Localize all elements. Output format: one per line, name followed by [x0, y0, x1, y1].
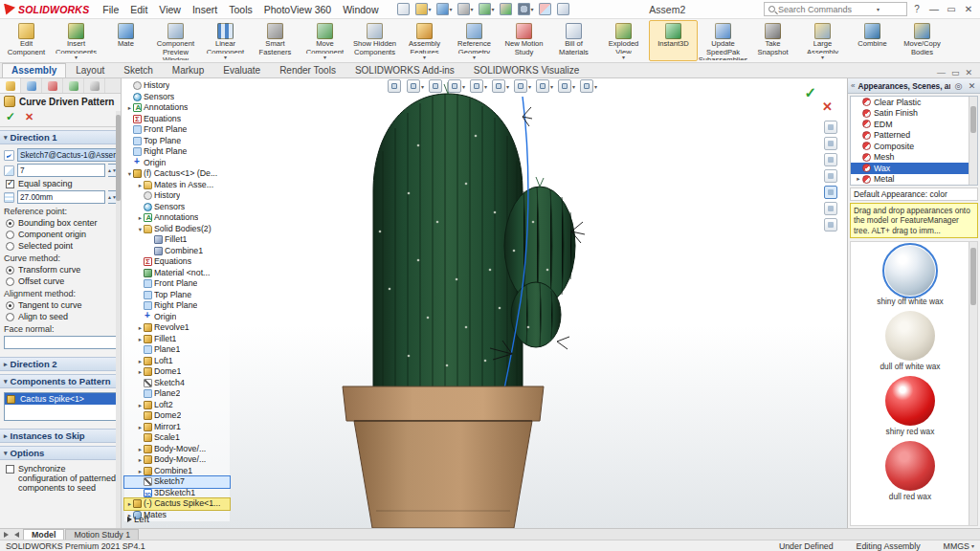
- appearance-swatch[interactable]: shiny red wax: [885, 376, 935, 436]
- ribbon-button[interactable]: New Motion Study: [500, 20, 548, 61]
- quick-access-button[interactable]: [538, 2, 553, 16]
- expand-arrow-icon[interactable]: ▾: [137, 224, 144, 235]
- tree-item[interactable]: Top Plane: [124, 290, 230, 301]
- command-tab[interactable]: Render Tools: [270, 63, 345, 77]
- tree-item[interactable]: Top Plane: [124, 136, 230, 147]
- tree-item[interactable]: Right Plane: [124, 146, 230, 158]
- quick-access-button[interactable]: [556, 2, 571, 16]
- tree-item[interactable]: Scale1: [124, 432, 230, 444]
- expand-arrow-icon[interactable]: ▸: [137, 356, 144, 367]
- task-pane-tab-icon[interactable]: [824, 153, 837, 166]
- search-input[interactable]: [778, 5, 874, 14]
- expand-arrow-icon[interactable]: ▸: [126, 102, 133, 114]
- tree-item[interactable]: Sensors: [124, 92, 230, 103]
- face-normal-field[interactable]: [4, 336, 117, 349]
- menu-item[interactable]: Insert: [187, 2, 223, 17]
- status-item[interactable]: Under Defined: [779, 541, 835, 551]
- menu-item[interactable]: Tools: [223, 2, 258, 17]
- task-pane-tab-icon[interactable]: [824, 186, 837, 199]
- tree-item[interactable]: Combine1: [124, 246, 230, 257]
- ribbon-button[interactable]: Component Preview Window: [151, 20, 200, 61]
- task-pane-tab-icon[interactable]: [824, 218, 837, 231]
- property-manager-tab[interactable]: [63, 78, 84, 93]
- menu-item[interactable]: View: [153, 2, 187, 17]
- appearance-swatch[interactable]: dull off white wax: [880, 311, 940, 371]
- cancel-button[interactable]: ✕: [25, 111, 33, 123]
- spacing-field[interactable]: 27.00mm: [17, 190, 105, 204]
- radio-option[interactable]: Bounding box center: [6, 218, 117, 228]
- radio-option[interactable]: Tangent to curve: [6, 300, 117, 310]
- property-manager-tab[interactable]: [0, 78, 21, 93]
- ribbon-button[interactable]: Assembly Features ▾: [400, 20, 449, 61]
- quick-access-button[interactable]: ▾: [478, 2, 496, 16]
- quick-access-button[interactable]: ▾: [457, 2, 475, 16]
- expand-arrow-icon[interactable]: ▸: [137, 400, 144, 411]
- ok-button[interactable]: ✓: [6, 110, 15, 123]
- direction1-header[interactable]: ▾ Direction 1: [0, 130, 121, 144]
- direction2-header[interactable]: ▸ Direction 2: [0, 357, 121, 371]
- expand-arrow-icon[interactable]: ▸: [137, 454, 144, 466]
- quick-access-button[interactable]: [396, 2, 412, 16]
- model-tab[interactable]: Motion Study 1: [65, 529, 139, 540]
- confirmation-cancel-icon[interactable]: ✕: [822, 99, 833, 114]
- tree-item[interactable]: Sketch4: [124, 378, 230, 389]
- status-item[interactable]: Editing Assembly: [857, 541, 923, 551]
- ribbon-button[interactable]: Reference Geometry ▾: [450, 20, 499, 61]
- tree-item[interactable]: Dome2: [124, 410, 230, 422]
- tree-item[interactable]: ▸ (-) Cactus Spike<1...: [124, 498, 230, 510]
- tree-item[interactable]: Sensors: [124, 202, 230, 213]
- appearance-category[interactable]: ▸ Metal: [851, 174, 977, 186]
- task-pane-close-icon[interactable]: ✕: [967, 81, 977, 91]
- command-tab[interactable]: SOLIDWORKS Add-ins: [345, 63, 464, 77]
- search-commands-box[interactable]: ▾: [764, 2, 907, 16]
- tree-item[interactable]: ▸ Loft1: [124, 356, 230, 367]
- tree-item[interactable]: ▸ Revolve1: [124, 322, 230, 334]
- ribbon-button[interactable]: Combine: [848, 20, 897, 61]
- expand-arrow-icon[interactable]: ▸: [137, 444, 144, 455]
- ribbon-button[interactable]: Move Component ▾: [301, 20, 349, 61]
- ribbon-button[interactable]: Update SpeedPak Subassemblies: [699, 20, 747, 61]
- curve-reference-field[interactable]: Sketch7@Cactus-1@Assem2: [17, 148, 117, 162]
- appearance-swatch[interactable]: dull red wax: [885, 441, 935, 501]
- instance-count-field[interactable]: 7: [17, 164, 105, 177]
- view-toolbar-button[interactable]: ▾: [536, 79, 553, 93]
- ribbon-button[interactable]: Show Hidden Components: [350, 20, 399, 61]
- tree-item[interactable]: 3DSketch1: [124, 488, 230, 499]
- view-toolbar-button[interactable]: ▾: [407, 79, 424, 93]
- search-dropdown-icon[interactable]: ▾: [877, 6, 880, 12]
- graphics-viewport[interactable]: History Sensors ▸ Annotations: [122, 78, 847, 528]
- appearance-category[interactable]: Patterned: [851, 130, 977, 142]
- task-pane-tab-icon[interactable]: [824, 202, 837, 215]
- tree-item[interactable]: ▾ Solid Bodies(2): [124, 224, 230, 235]
- menu-item[interactable]: File: [97, 2, 124, 17]
- command-tab[interactable]: Assembly: [2, 63, 66, 77]
- view-toolbar-button[interactable]: ▾: [492, 79, 509, 93]
- tree-item[interactable]: ▸ Fillet1: [124, 334, 230, 345]
- view-toolbar-button[interactable]: ▾: [558, 79, 575, 93]
- view-toolbar-button[interactable]: [388, 79, 402, 93]
- quick-access-button[interactable]: ▾: [435, 2, 454, 16]
- quick-access-button[interactable]: [499, 2, 514, 16]
- property-manager-tab[interactable]: [21, 78, 42, 93]
- swatch-list-scrollbar[interactable]: [969, 242, 977, 525]
- command-tab[interactable]: Evaluate: [213, 63, 270, 77]
- ribbon-button[interactable]: Instant3D: [649, 20, 698, 61]
- doc-close-button[interactable]: ✕: [965, 68, 972, 77]
- task-pane-tab-icon[interactable]: [824, 169, 837, 183]
- radio-option[interactable]: Selected point: [6, 241, 117, 251]
- model-tab[interactable]: Model: [23, 529, 64, 540]
- tree-item[interactable]: Equations: [124, 114, 230, 125]
- help-icon[interactable]: ?: [909, 4, 924, 14]
- expand-arrow-icon[interactable]: ▸: [137, 180, 144, 191]
- property-manager-tab[interactable]: [84, 78, 105, 93]
- restore-button[interactable]: ▭: [944, 4, 959, 14]
- options-header[interactable]: ▾ Options: [0, 446, 121, 460]
- view-toolbar-button[interactable]: ▾: [470, 79, 487, 93]
- equal-spacing-checkbox[interactable]: Equal spacing: [6, 179, 117, 188]
- ribbon-button[interactable]: Move/Copy Bodies: [898, 20, 947, 61]
- ribbon-button[interactable]: Edit Component: [2, 20, 51, 61]
- expand-arrow-icon[interactable]: ▸: [855, 175, 862, 183]
- view-toolbar-button[interactable]: [429, 79, 443, 93]
- command-tab[interactable]: Markup: [163, 63, 213, 77]
- appearance-category[interactable]: EDM: [851, 119, 977, 130]
